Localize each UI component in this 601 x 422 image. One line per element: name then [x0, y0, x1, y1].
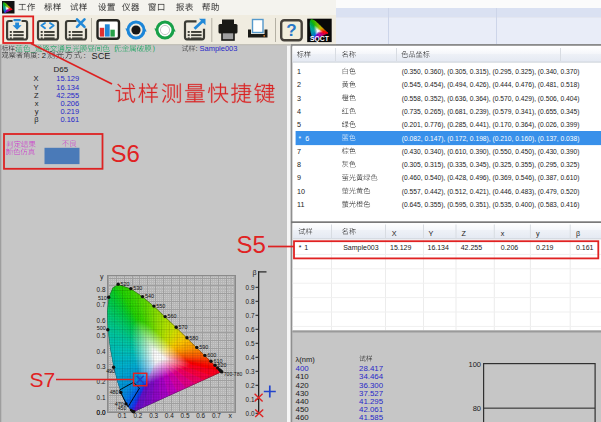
svg-text::: : [196, 44, 198, 53]
svg-text:41.585: 41.585 [359, 413, 384, 422]
svg-text:Y: Y [33, 83, 38, 92]
svg-text:(0.557, 0.442), (0.512, 0.421): (0.557, 0.442), (0.512, 0.421), (0.446, … [402, 188, 580, 196]
svg-text:0.2: 0.2 [246, 382, 255, 389]
svg-text:0.0: 0.0 [97, 409, 106, 416]
svg-text:42.061: 42.061 [359, 405, 383, 414]
svg-text:0.9: 0.9 [246, 284, 255, 291]
svg-text:y: y [35, 107, 39, 116]
svg-text:0.219: 0.219 [536, 244, 554, 251]
svg-text:15.129: 15.129 [390, 244, 412, 251]
svg-text:430: 430 [296, 389, 310, 398]
svg-text:_: _ [29, 44, 35, 53]
svg-text:Z: Z [462, 229, 467, 238]
svg-text:440: 440 [296, 397, 310, 406]
svg-text:x: x [229, 412, 233, 419]
svg-text:S5: S5 [237, 231, 266, 258]
svg-text:0.4: 0.4 [246, 354, 255, 361]
svg-text:0.6: 0.6 [196, 412, 205, 419]
svg-text:37.527: 37.527 [359, 389, 383, 398]
svg-text:42.255: 42.255 [56, 91, 79, 100]
svg-text:6: 6 [305, 134, 309, 143]
svg-text:Z: Z [34, 91, 39, 100]
svg-text:S6: S6 [111, 140, 140, 167]
svg-text:X: X [392, 229, 397, 238]
svg-text:2: 2 [297, 80, 301, 89]
svg-text:0.6: 0.6 [246, 326, 255, 333]
svg-text:X: X [33, 74, 38, 83]
svg-text:β: β [252, 269, 256, 277]
svg-text:*: * [299, 244, 302, 251]
svg-text:(0.350, 0.360), (0.305, 0.315): (0.350, 0.360), (0.305, 0.315), (0.295, … [402, 68, 580, 76]
svg-text:5: 5 [297, 120, 301, 129]
svg-text:0.4: 0.4 [165, 412, 174, 419]
svg-text:0.1: 0.1 [97, 394, 106, 401]
svg-text:1: 1 [304, 243, 308, 252]
svg-text:0.3: 0.3 [149, 412, 158, 419]
svg-text:0.1: 0.1 [118, 412, 127, 419]
svg-text:0.6: 0.6 [97, 317, 106, 324]
svg-text:0.206: 0.206 [60, 99, 79, 108]
svg-text:0.2: 0.2 [97, 378, 106, 385]
svg-text:0.7: 0.7 [97, 301, 106, 308]
svg-text:y: y [536, 229, 540, 238]
svg-text:（: （ [110, 44, 118, 53]
svg-text:0.5: 0.5 [246, 340, 255, 347]
svg-text:42.255: 42.255 [461, 244, 483, 251]
svg-text:(0.545, 0.454), (0.494, 0.426): (0.545, 0.454), (0.494, 0.426), (0.444, … [402, 81, 580, 89]
svg-text:(0.201, 0.776), (0.285, 0.441): (0.201, 0.776), (0.285, 0.441), (0.170, … [402, 121, 580, 129]
svg-text:9: 9 [297, 173, 301, 182]
svg-text:8: 8 [297, 160, 301, 169]
svg-text:0.161: 0.161 [60, 115, 79, 124]
svg-text:11: 11 [297, 200, 304, 209]
svg-text:510: 510 [98, 295, 107, 301]
svg-text:16.134: 16.134 [56, 83, 79, 92]
svg-text:0.0: 0.0 [246, 410, 255, 417]
svg-text:λ(nm): λ(nm) [296, 355, 316, 364]
svg-text:(0.645, 0.355), (0.595, 0.351): (0.645, 0.355), (0.595, 0.351), (0.535, … [402, 201, 580, 209]
svg-text:1: 1 [297, 67, 301, 76]
svg-text:0.219: 0.219 [60, 107, 79, 116]
svg-text:0.3: 0.3 [246, 368, 255, 375]
svg-text:16.134: 16.134 [428, 244, 450, 251]
svg-text:0.0: 0.0 [97, 409, 106, 416]
svg-text:0.161: 0.161 [576, 244, 594, 251]
svg-text:500: 500 [97, 325, 106, 331]
svg-text:100: 100 [468, 360, 481, 369]
svg-text:β: β [576, 229, 580, 238]
svg-text:S7: S7 [30, 368, 56, 391]
svg-text:41.295: 41.295 [359, 397, 384, 406]
svg-text:*: * [298, 135, 301, 142]
svg-text:0.5: 0.5 [97, 332, 106, 339]
svg-text:0.7: 0.7 [212, 412, 221, 419]
svg-text:0.2: 0.2 [133, 412, 142, 419]
svg-text:420: 420 [296, 381, 310, 390]
svg-text:(0.082, 0.147), (0.172, 0.198): (0.082, 0.147), (0.172, 0.198), (0.210, … [402, 135, 580, 143]
svg-text:80: 80 [473, 404, 481, 413]
svg-text:D65: D65 [54, 65, 69, 74]
svg-text:450: 450 [296, 405, 310, 414]
svg-text:400: 400 [296, 364, 310, 373]
svg-text:x: x [35, 99, 39, 108]
svg-text:410: 410 [296, 372, 310, 381]
svg-text:4: 4 [297, 107, 301, 116]
svg-text::: : [84, 51, 86, 60]
svg-text:y: y [100, 273, 104, 281]
svg-text:(0.558, 0.352), (0.636, 0.364): (0.558, 0.352), (0.636, 0.364), (0.570, … [402, 95, 580, 103]
svg-text:0.7: 0.7 [246, 312, 255, 319]
svg-text:3: 3 [297, 94, 301, 103]
svg-text:28.417: 28.417 [359, 364, 383, 373]
svg-text:(0.460, 0.540), (0.428, 0.496): (0.460, 0.540), (0.428, 0.496), (0.369, … [402, 174, 580, 182]
svg-text:0.8: 0.8 [246, 298, 255, 305]
svg-text:0.206: 0.206 [501, 244, 519, 251]
svg-text:34.464: 34.464 [359, 372, 384, 381]
svg-text:10: 10 [297, 187, 305, 196]
svg-text:0.5: 0.5 [181, 412, 190, 419]
svg-text:(0.735, 0.265), (0.681, 0.239): (0.735, 0.265), (0.681, 0.239), (0.579, … [402, 108, 580, 116]
svg-text:）: ） [152, 44, 160, 53]
svg-text:36.300: 36.300 [359, 381, 384, 390]
svg-text:0.8: 0.8 [97, 286, 106, 293]
svg-text:: 2: : 2 [38, 51, 46, 60]
svg-text:460: 460 [296, 413, 310, 422]
svg-text:x: x [501, 229, 505, 238]
svg-text:0.1: 0.1 [246, 396, 255, 403]
